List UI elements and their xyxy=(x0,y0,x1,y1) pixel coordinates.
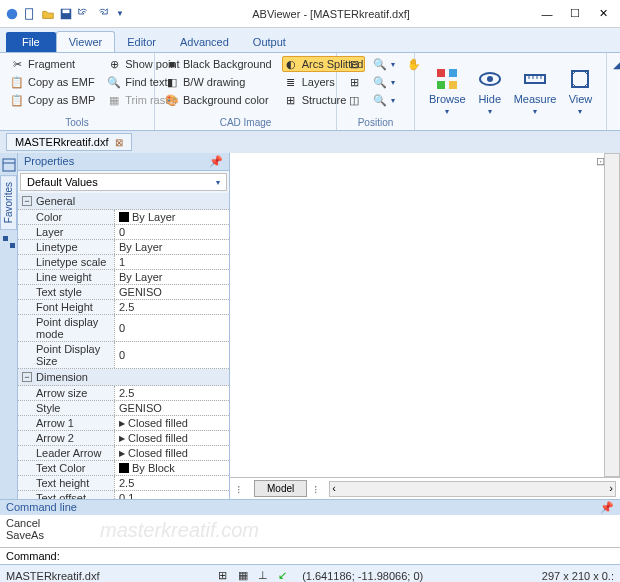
property-row[interactable]: Line weightBy Layer xyxy=(18,270,229,285)
extent-button[interactable]: ◫ xyxy=(345,92,363,108)
properties-combo[interactable]: Default Values▾ xyxy=(20,173,227,191)
grid-icon[interactable]: ▦ xyxy=(238,569,252,583)
tab-output[interactable]: Output xyxy=(241,32,298,52)
horizontal-scrollbar[interactable]: ‹› xyxy=(329,481,616,497)
tab-advanced[interactable]: Advanced xyxy=(168,32,241,52)
tab-nav-icon[interactable]: ⫶ xyxy=(230,483,248,495)
model-tab[interactable]: Model xyxy=(254,480,307,497)
document-tab[interactable]: MASTERkreatif.dxf⊠ xyxy=(6,133,132,151)
vertical-scrollbar[interactable] xyxy=(604,153,620,477)
property-value[interactable]: 1 xyxy=(114,255,229,269)
property-row[interactable]: Text height2.5 xyxy=(18,476,229,491)
zoom3-button[interactable]: 🔍▾ xyxy=(371,92,397,108)
property-value[interactable]: By Layer xyxy=(114,210,229,224)
redo-icon[interactable] xyxy=(94,6,110,22)
tab-nav-icon[interactable]: ⫶ xyxy=(307,483,325,495)
structure-tab-icon[interactable] xyxy=(1,234,17,250)
category-general[interactable]: −General xyxy=(18,193,229,210)
command-input[interactable] xyxy=(64,550,614,562)
svg-rect-18 xyxy=(3,159,15,171)
property-name: Point display mode xyxy=(18,315,114,341)
zoom-in-button[interactable]: ⊡ xyxy=(345,56,363,72)
pin-icon[interactable]: 📌 xyxy=(209,155,223,168)
property-value[interactable]: 0 xyxy=(114,342,229,368)
property-row[interactable]: Text offset0.1 xyxy=(18,491,229,499)
property-value[interactable]: 2.5 xyxy=(114,386,229,400)
ortho-icon[interactable]: ⊥ xyxy=(258,569,272,583)
property-value[interactable]: 2.5 xyxy=(114,300,229,314)
copy-emf-button[interactable]: 📋Copy as EMF xyxy=(8,74,97,90)
property-row[interactable]: Leader Arrow▶Closed filled xyxy=(18,446,229,461)
property-value[interactable]: By Layer xyxy=(114,270,229,284)
search-icon: 🔍 xyxy=(107,75,121,89)
svg-rect-15 xyxy=(572,71,588,87)
tab-close-icon[interactable]: ⊠ xyxy=(115,137,123,148)
maximize-button[interactable]: ☐ xyxy=(568,7,582,21)
property-row[interactable]: Layer0 xyxy=(18,225,229,240)
tab-viewer[interactable]: Viewer xyxy=(56,31,115,52)
property-value[interactable]: GENISO xyxy=(114,285,229,299)
property-value[interactable]: 0.1 xyxy=(114,491,229,499)
polar-icon[interactable]: ↙ xyxy=(278,569,292,583)
property-row[interactable]: Text styleGENISO xyxy=(18,285,229,300)
zoom-icon: 🔍 xyxy=(373,93,387,107)
property-name: Arrow 1 xyxy=(18,416,114,430)
tab-editor[interactable]: Editor xyxy=(115,32,168,52)
property-value[interactable]: 2.5 xyxy=(114,476,229,490)
qat-dropdown-icon[interactable]: ▼ xyxy=(112,6,128,22)
bg-color-button[interactable]: 🎨Background color xyxy=(163,92,274,108)
save-icon[interactable] xyxy=(58,6,74,22)
new-icon[interactable] xyxy=(22,6,38,22)
hide-button[interactable]: Hide▾ xyxy=(472,56,508,127)
black-bg-button[interactable]: ■Black Background xyxy=(163,56,274,72)
property-row[interactable]: ColorBy Layer xyxy=(18,210,229,225)
property-row[interactable]: Linetype scale1 xyxy=(18,255,229,270)
browse-icon xyxy=(435,67,459,91)
bw-drawing-button[interactable]: ◧B/W drawing xyxy=(163,74,274,90)
fragment-button[interactable]: ✂Fragment xyxy=(8,56,97,72)
property-row[interactable]: Arrow 1▶Closed filled xyxy=(18,416,229,431)
layers-icon: ≣ xyxy=(284,75,298,89)
property-value[interactable]: 0 xyxy=(114,225,229,239)
open-icon[interactable] xyxy=(40,6,56,22)
property-row[interactable]: Point display mode0 xyxy=(18,315,229,342)
property-row[interactable]: Font Height2.5 xyxy=(18,300,229,315)
category-dimension[interactable]: −Dimension xyxy=(18,369,229,386)
tab-file[interactable]: File xyxy=(6,32,56,52)
property-value[interactable]: By Block xyxy=(114,461,229,475)
zoom2-button[interactable]: 🔍▾ xyxy=(371,74,397,90)
property-value[interactable]: By Layer xyxy=(114,240,229,254)
fit-button[interactable]: ⊞ xyxy=(345,74,363,90)
style-dropdown[interactable]: ◢▾ xyxy=(611,57,620,72)
collapse-icon[interactable]: − xyxy=(22,196,32,206)
property-row[interactable]: StyleGENISO xyxy=(18,401,229,416)
property-row[interactable]: Text ColorBy Block xyxy=(18,461,229,476)
svg-rect-5 xyxy=(449,69,457,77)
drawing-canvas[interactable]: ⊡ ⊠ ⫶ Model ⫶ ‹› xyxy=(230,153,620,499)
property-value[interactable]: GENISO xyxy=(114,401,229,415)
property-row[interactable]: Point Display Size0 xyxy=(18,342,229,369)
view-button[interactable]: View▾ xyxy=(562,56,598,127)
property-name: Text height xyxy=(18,476,114,490)
property-value[interactable]: ▶Closed filled xyxy=(114,446,229,460)
property-value[interactable]: ▶Closed filled xyxy=(114,416,229,430)
property-row[interactable]: LinetypeBy Layer xyxy=(18,240,229,255)
pin-icon[interactable]: 📌 xyxy=(600,501,614,514)
property-row[interactable]: Arrow 2▶Closed filled xyxy=(18,431,229,446)
favorites-tab[interactable]: Favorites xyxy=(0,175,17,230)
snap-icon[interactable]: ⊞ xyxy=(218,569,232,583)
copy-bmp-button[interactable]: 📋Copy as BMP xyxy=(8,92,97,108)
close-button[interactable]: ✕ xyxy=(596,7,610,21)
properties-tab-icon[interactable] xyxy=(1,157,17,173)
undo-icon[interactable] xyxy=(76,6,92,22)
browse-button[interactable]: Browse▾ xyxy=(423,56,472,127)
measure-button[interactable]: Measure▾ xyxy=(508,56,563,127)
zoom-button[interactable]: 🔍▾ xyxy=(371,56,397,72)
app-icon[interactable] xyxy=(4,6,20,22)
property-value[interactable]: 0 xyxy=(114,315,229,341)
property-row[interactable]: Arrow size2.5 xyxy=(18,386,229,401)
ribbon: File Viewer Editor Advanced Output ✂Frag… xyxy=(0,28,620,131)
collapse-icon[interactable]: − xyxy=(22,372,32,382)
property-value[interactable]: ▶Closed filled xyxy=(114,431,229,445)
minimize-button[interactable]: — xyxy=(540,7,554,21)
